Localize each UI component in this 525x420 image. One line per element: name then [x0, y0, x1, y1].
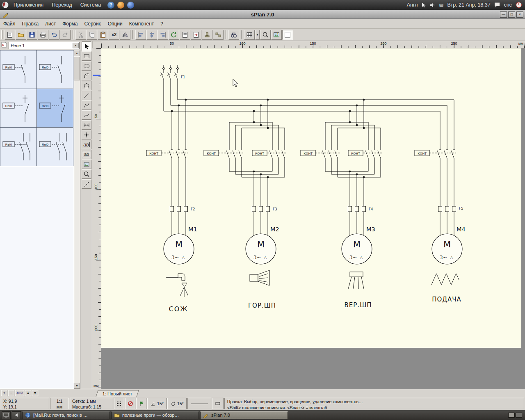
grid-toggle-button[interactable]	[114, 398, 124, 409]
scrollbar-thumb[interactable]	[74, 57, 80, 80]
menu-edit[interactable]: Правка	[19, 20, 42, 28]
component-cell-selected[interactable]: Rel0	[37, 89, 73, 128]
align-right-button[interactable]	[158, 30, 168, 40]
menu-service[interactable]: Сервис	[81, 20, 105, 28]
chat-bubble-icon[interactable]	[494, 2, 500, 8]
taskbar-window-mailru[interactable]: [Mail.Ru: почта, поиск в …	[22, 411, 110, 419]
coolant-tap-icon[interactable]	[167, 274, 188, 297]
maximize-button[interactable]: □	[508, 11, 515, 18]
menu-form[interactable]: Форма	[59, 20, 81, 28]
panel-menu-system[interactable]: Система	[77, 0, 105, 10]
show-desktop-button[interactable]	[2, 411, 11, 419]
power-icon[interactable]	[516, 2, 522, 8]
menu-file[interactable]: Файл	[0, 20, 19, 28]
duplicate-button[interactable]: x2	[109, 30, 119, 40]
horizontal-spindle-icon[interactable]	[250, 270, 269, 285]
taskbar-window-docs[interactable]: полезные проги — обозр…	[111, 411, 199, 419]
measure-tool[interactable]	[82, 179, 91, 189]
component-cell[interactable]: Rel0	[37, 128, 73, 166]
menu-component[interactable]: Компонент	[126, 20, 158, 28]
remove-component-button[interactable]: −	[8, 390, 14, 396]
scroll-down-icon[interactable]: ▼	[74, 383, 80, 389]
workspace-1[interactable]	[508, 413, 515, 418]
power-feed-symbol[interactable]	[160, 65, 179, 111]
text-tool[interactable]: ab	[82, 140, 91, 149]
menu-help[interactable]: ?	[157, 20, 167, 28]
help-launcher-icon[interactable]: ?	[107, 2, 114, 9]
rotate-button[interactable]	[169, 30, 179, 40]
sheet-export-button[interactable]	[191, 30, 201, 40]
color-swatch-button[interactable]	[282, 30, 293, 40]
line-style-preview[interactable]	[187, 398, 211, 409]
window-titlebar[interactable]: sPlan 7.0 — □ ×	[0, 10, 525, 19]
vertical-ruler[interactable]: 50 100 150 200 мм	[92, 48, 101, 389]
flag-toggle-button[interactable]	[136, 398, 146, 409]
toolbar-grip[interactable]	[1, 30, 2, 39]
add-component-button[interactable]: +	[1, 390, 7, 396]
sheet-tab[interactable]: 1: Новый лист	[96, 390, 139, 397]
menu-options[interactable]: Опции	[105, 20, 126, 28]
ellipse-tool[interactable]	[82, 61, 91, 71]
zoom-tool[interactable]	[82, 169, 91, 179]
group-button[interactable]	[202, 30, 212, 40]
chevron-down-icon[interactable]: ▼	[73, 43, 79, 48]
sheet-list-button[interactable]	[180, 30, 190, 40]
horizontal-ruler[interactable]: 50 100 150 200 250 мм	[101, 41, 525, 48]
line-tool[interactable]	[82, 91, 91, 100]
redo-button[interactable]	[60, 30, 71, 40]
scroll-up-icon[interactable]: ▲	[74, 50, 80, 56]
grid-table-dropdown-button[interactable]: ▼	[255, 30, 260, 40]
mirror-button[interactable]	[120, 30, 130, 40]
feed-zigzag-icon[interactable]	[431, 274, 459, 285]
component-cell[interactable]: Rel0	[37, 50, 73, 89]
node-tool[interactable]	[82, 130, 91, 139]
component-cell[interactable]: Rel0	[0, 89, 37, 128]
cut-button[interactable]	[75, 30, 86, 40]
polyline-tool[interactable]	[82, 100, 91, 110]
grid-table-button[interactable]	[244, 30, 255, 40]
app-launcher-icon[interactable]	[127, 2, 134, 9]
library-select[interactable]: Реле 1 ▼	[9, 42, 80, 49]
select-tool[interactable]	[82, 41, 91, 51]
volume-icon[interactable]	[430, 2, 436, 8]
keyboard-layout-indicator[interactable]: Англ	[407, 2, 418, 8]
align-center-button[interactable]	[146, 30, 157, 40]
component-cell[interactable]: Rel0	[0, 128, 37, 166]
paste-button[interactable]	[98, 30, 108, 40]
library-scrollbar[interactable]: ▲ ▼	[74, 50, 80, 389]
align-left-button[interactable]	[135, 30, 146, 40]
print-button[interactable]	[38, 30, 48, 40]
ungroup-button[interactable]	[213, 30, 224, 40]
new-file-button[interactable]	[5, 30, 15, 40]
rename-component-button[interactable]: Abcd	[15, 390, 24, 396]
browser-launcher-icon[interactable]	[117, 2, 124, 9]
workspace-switcher[interactable]	[508, 413, 522, 418]
zoom-window-button[interactable]	[260, 30, 271, 40]
component-cell[interactable]: Rel0	[0, 50, 37, 89]
image-tool[interactable]	[82, 160, 91, 169]
polygon-tool[interactable]	[82, 81, 91, 90]
mail-icon[interactable]: ✉	[439, 2, 444, 8]
line-width-button[interactable]	[212, 398, 224, 409]
arc-tool[interactable]	[82, 71, 91, 80]
motor-branch-m3[interactable]	[301, 99, 383, 264]
image-button[interactable]	[271, 30, 282, 40]
dimension-tool[interactable]	[82, 120, 91, 130]
snap-toggle-button[interactable]	[125, 398, 135, 409]
schematic-canvas[interactable]: F1 КОНТ КОНТ КОНТ КОНТ КОНТ КОНТ F2 F3 F…	[101, 48, 521, 348]
undo-button[interactable]	[49, 30, 59, 40]
window-list-button[interactable]	[12, 411, 21, 419]
curve-tool[interactable]	[82, 110, 91, 120]
distro-logo-icon[interactable]	[2, 1, 9, 9]
move-up-button[interactable]: ▲	[25, 390, 31, 396]
motor-branch-m2[interactable]	[204, 99, 287, 264]
open-file-button[interactable]	[16, 30, 26, 40]
menu-sheet[interactable]: Лист	[42, 20, 59, 28]
panel-menu-places[interactable]: Переход	[48, 0, 76, 10]
move-down-button[interactable]: ▼	[32, 390, 38, 396]
textbox-tool[interactable]: ab	[82, 150, 91, 159]
search-button[interactable]	[228, 30, 239, 40]
panel-menu-applications[interactable]: Приложения	[10, 0, 47, 10]
vertical-spindle-icon[interactable]	[348, 272, 364, 289]
rotate-step-control[interactable]: 15°	[167, 398, 187, 409]
